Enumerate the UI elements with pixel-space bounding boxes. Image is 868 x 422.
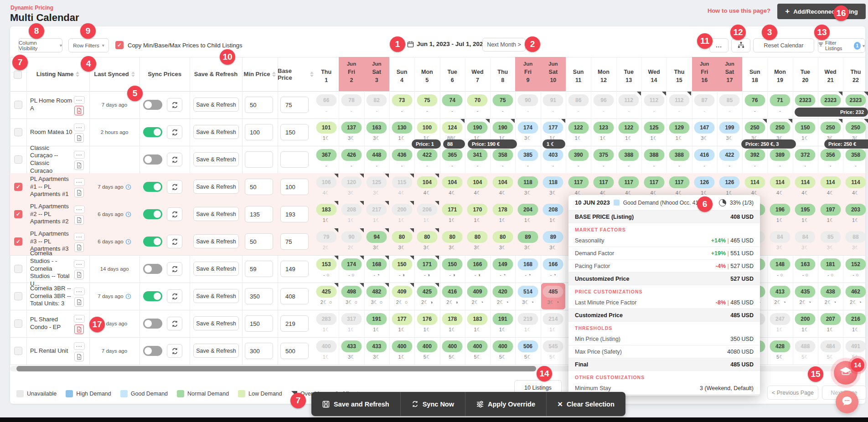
breadcrumb[interactable]: Dynamic Pricing (10, 5, 53, 11)
calendar-day-cell[interactable]: 803☾ (389, 228, 414, 255)
row-checkbox[interactable] (14, 292, 22, 300)
calendar-day-cell[interactable]: 4823☾ ○ (364, 283, 389, 310)
row-save-refresh-button[interactable]: Save & Refresh (193, 316, 239, 330)
min-price-input[interactable] (245, 179, 273, 195)
calendar-day-cell[interactable]: 1231☾ (591, 118, 616, 146)
calendar-day-cell[interactable]: 66- (314, 91, 339, 118)
calendar-day-cell[interactable]: 148- ○ (767, 255, 792, 283)
calendar-day-cell[interactable]: 358- (843, 146, 868, 173)
calendar-day-cell[interactable]: 82- (364, 91, 389, 118)
row-more-button[interactable]: ··· (74, 124, 85, 131)
copy-listing-icon[interactable] (74, 133, 84, 143)
copy-listing-icon[interactable] (74, 324, 84, 334)
row-save-refresh-button[interactable]: Save & Refresh (193, 207, 239, 221)
calendar-day-cell[interactable]: 4005☾ (465, 337, 490, 365)
calendar-day-cell[interactable]: 2161☾ (843, 310, 868, 337)
calendar-day-cell[interactable]: 1144☾ (767, 173, 792, 201)
calendar-day-cell[interactable]: 1971☾ (818, 201, 843, 228)
calendar-day-cell[interactable]: 358- (490, 146, 515, 173)
calendar-day-cell[interactable]: 883☾ (843, 228, 868, 255)
calendar-day-cell[interactable]: 75- (414, 91, 439, 118)
calendar-day-cell[interactable]: 1831☾ (314, 201, 339, 228)
calendar-day-cell[interactable]: 356- (818, 146, 843, 173)
listing-name[interactable]: Room Matea 10 (30, 118, 73, 146)
date-range-selector[interactable]: Jun 1, 2023 - Jul 1, 2023 ▾ (417, 41, 491, 47)
calendar-day-cell[interactable]: 1203☾ (339, 173, 364, 201)
calendar-day-cell[interactable]: 149- ◔ (490, 255, 515, 283)
calendar-day-cell[interactable]: 150- ◑ (389, 255, 414, 283)
row-checkbox[interactable] (14, 347, 22, 355)
calendar-day-cell[interactable]: 5455☾ (541, 337, 566, 365)
row-more-button[interactable]: ··· (74, 178, 85, 186)
calendar-day-cell[interactable]: 73- (389, 91, 414, 118)
sync-prices-toggle[interactable] (143, 127, 162, 137)
calendar-day-cell[interactable]: 78- (339, 91, 364, 118)
calendar-day-cell[interactable]: 1011☾ (314, 118, 339, 146)
calendar-day-cell[interactable]: 803☾ (490, 228, 515, 255)
add-reconnect-listing-button[interactable]: + Add/Reconnect Listing (777, 4, 866, 19)
apply-override-button[interactable]: Apply Override (465, 392, 547, 416)
calendar-day-cell[interactable]: 4092☾ ◔ (465, 283, 490, 310)
calendar-day-cell[interactable]: 1373☾ (339, 118, 364, 146)
calendar-day-cell[interactable]: 112- (666, 91, 692, 118)
copy-listing-icon[interactable] (74, 188, 84, 197)
calendar-day-cell[interactable]: 2171☾ (364, 201, 389, 228)
min-price-input[interactable] (245, 315, 273, 332)
calendar-day-cell[interactable]: 1743☾ (515, 118, 540, 146)
calendar-day-cell[interactable]: 1044☾ (490, 173, 515, 201)
base-price-input[interactable] (280, 343, 309, 359)
row-save-refresh-button[interactable]: Save & Refresh (193, 234, 239, 248)
base-price-input[interactable] (280, 233, 309, 250)
listing-name[interactable]: Cornelia Studios - - Cornelia Studios --… (30, 255, 73, 283)
min-price-input[interactable] (245, 233, 273, 250)
base-price-input[interactable] (280, 315, 309, 332)
calendar-day-cell[interactable]: 163- ○ (793, 255, 818, 283)
calendar-day-cell[interactable]: 1781☾ (440, 310, 465, 337)
row-more-button[interactable]: ··· (74, 233, 85, 241)
calendar-day-cell[interactable]: 803☾ (440, 228, 465, 255)
calendar-day-cell[interactable]: 1831☾ (465, 310, 490, 337)
calendar-day-cell[interactable]: 1473☾ (692, 118, 717, 146)
calendar-day-cell[interactable]: 4001☾ (389, 337, 414, 365)
listing-name[interactable]: PL Shared Condo - EP (30, 310, 73, 337)
row-more-button[interactable]: ··· (74, 315, 85, 323)
calendar-day-cell[interactable]: 96- (591, 91, 616, 118)
calendar-day-cell[interactable]: 843☾ (793, 228, 818, 255)
row-more-button[interactable]: ··· (74, 260, 85, 268)
calendar-day-cell[interactable]: 112- (641, 91, 666, 118)
calendar-day-cell[interactable]: 1951☾ (793, 201, 818, 228)
calendar-day-cell[interactable]: 4252☾ ◑ (414, 283, 439, 310)
min-price-input[interactable] (245, 261, 273, 277)
calendar-day-cell[interactable]: 388- (616, 146, 641, 173)
calendar-day-cell[interactable]: 2071☾ (818, 310, 843, 337)
calendar-day-cell[interactable]: 1911☾ (364, 310, 389, 337)
calendar-day-cell[interactable]: 902☾ (339, 228, 364, 255)
base-price-input[interactable] (280, 261, 309, 277)
row-checkbox[interactable] (14, 265, 22, 273)
calendar-day-cell[interactable]: 74- (440, 91, 465, 118)
calendar-day-cell[interactable]: 1251☾ (641, 118, 666, 146)
calendar-day-cell[interactable]: 150- ◑ (440, 255, 465, 283)
next-month-button[interactable]: Next Month > (482, 38, 526, 51)
row-checkbox[interactable] (14, 128, 22, 136)
copy-listing-icon[interactable] (74, 270, 84, 279)
copy-listing-icon[interactable] (74, 242, 84, 252)
row-filters-button[interactable]: Row Filters▾ (68, 38, 109, 52)
calendar-day-cell[interactable]: 4885☾ (793, 337, 818, 365)
filter-listings-button[interactable]: Filter Listings 1 ▾ (818, 38, 865, 53)
row-checkbox[interactable] (14, 319, 22, 328)
calendar-day-cell[interactable]: 4333☾ (339, 337, 364, 365)
row-refresh-button[interactable] (167, 207, 182, 221)
row-save-refresh-button[interactable]: Save & Refresh (193, 125, 239, 139)
calendar-day-cell[interactable]: 2191☾ (515, 310, 540, 337)
calendar-day-cell[interactable]: 372- (793, 146, 818, 173)
horizontal-scrollbar-thumb[interactable] (16, 366, 536, 371)
base-price-input[interactable] (280, 179, 309, 195)
calendar-day-cell[interactable]: 152- ○ (843, 255, 868, 283)
calendar-day-cell[interactable]: 1701☾ (465, 201, 490, 228)
calendar-day-cell[interactable]: 4352☾ ◔ (793, 283, 818, 310)
calendar-day-cell[interactable]: 4001☾ (314, 337, 339, 365)
calendar-day-cell[interactable]: 365- (440, 146, 465, 173)
row-refresh-button[interactable] (167, 153, 182, 166)
row-refresh-button[interactable] (167, 289, 182, 303)
